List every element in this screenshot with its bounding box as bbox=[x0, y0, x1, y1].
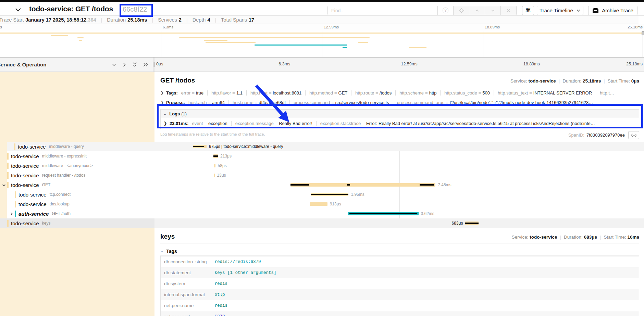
back-icon[interactable]: ← bbox=[0, 5, 5, 13]
find-input[interactable] bbox=[327, 6, 438, 15]
separator: | bbox=[101, 17, 102, 23]
kv-row-internal.span.format[interactable]: internal.span.formatotlp bbox=[161, 289, 639, 300]
span-row-todo-service-middleware-anonymous-[interactable]: todo-servicemiddleware - <anonymous>58μs bbox=[0, 161, 644, 170]
span-row-todo-service-middleware-expressinit[interactable]: todo-servicemiddleware - expressInit213μ… bbox=[0, 151, 644, 161]
kv-row-db.system[interactable]: db.systemredis bbox=[161, 278, 639, 289]
key-value-pill: http.scheme=http bbox=[395, 90, 440, 96]
service-name: todo-service bbox=[11, 220, 39, 226]
span-name-cell[interactable]: todo-servicetcp.connect bbox=[0, 190, 154, 199]
collapse-trace-chevron-icon[interactable] bbox=[14, 6, 22, 13]
span-row-auth-service-get-auth[interactable]: auth-serviceGET /auth3.62ms bbox=[0, 209, 644, 218]
keyboard-shortcuts-button[interactable]: ⌘ bbox=[522, 6, 534, 15]
trace-id-short: 66c8f22 bbox=[123, 5, 147, 13]
span-row-todo-service-dns-lookup[interactable]: todo-servicedns.lookup913μs bbox=[0, 199, 644, 209]
logs-accordion: ⌄ Logs (1) ❯ 23.01ms: event=exceptionexc… bbox=[160, 109, 639, 129]
service-color-band bbox=[14, 143, 15, 150]
find-help-button[interactable]: ? bbox=[438, 6, 454, 15]
service-name: todo-service bbox=[18, 144, 46, 150]
span-bar[interactable] bbox=[193, 145, 206, 148]
span-duration-label: 58μs bbox=[215, 163, 227, 168]
tags-summary-row[interactable]: ❯ Tags: error=truehttp.flavor=1.1http.ho… bbox=[160, 89, 639, 97]
key-value-pill: event=exception bbox=[192, 121, 231, 126]
timeline-ruler: 0μs6.3ms12.59ms18.89ms25.18ms bbox=[154, 58, 644, 72]
span-timeline-cell[interactable]: 58μs bbox=[154, 161, 644, 170]
next-result-button[interactable] bbox=[485, 6, 501, 15]
span-timeline-cell[interactable]: 913μs bbox=[154, 199, 644, 209]
kv-row-net.peer.port[interactable]: net.peer.port6379 bbox=[161, 311, 639, 316]
span-bar[interactable] bbox=[311, 193, 349, 196]
process-summary-row[interactable]: ❯ Process: host.arch=arm64host.name=df4e… bbox=[160, 98, 639, 106]
deep-link-button[interactable] bbox=[628, 131, 639, 139]
span-name-cell[interactable]: todo-serviceGET bbox=[0, 180, 154, 190]
span-bar[interactable] bbox=[310, 202, 327, 206]
key-value-pill: http.host=localhost:8081 bbox=[246, 90, 305, 96]
span-bar[interactable] bbox=[213, 154, 218, 158]
span-row-todo-service-tcp-connect[interactable]: todo-servicetcp.connect1.95ms bbox=[0, 190, 644, 199]
collapse-one-chevron-down-icon[interactable] bbox=[111, 62, 117, 67]
expand-all-double-chevron-right-icon[interactable] bbox=[143, 62, 149, 67]
span-name-cell[interactable]: todo-servicemiddleware - <anonymous> bbox=[0, 161, 154, 170]
span-row-todo-service-get[interactable]: todo-serviceGET7.45ms bbox=[0, 180, 644, 190]
span-row-todo-service-middleware-query[interactable]: todo-servicemiddleware - query675μs | to… bbox=[0, 142, 644, 151]
kv-row-db.connection_string[interactable]: db.connection_stringredis://redis:6379 bbox=[161, 256, 639, 267]
span-timeline-cell[interactable]: 213μs bbox=[154, 151, 644, 161]
critical-path-segment bbox=[465, 223, 479, 224]
kv-key: net.peer.port bbox=[161, 311, 215, 316]
locate-icon bbox=[459, 8, 464, 13]
log-entry-row[interactable]: ❯ 23.01ms: event=exceptionexception.mess… bbox=[161, 118, 639, 129]
span-bar[interactable] bbox=[290, 183, 435, 187]
span-name-cell[interactable]: todo-servicemiddleware - expressInit bbox=[0, 151, 154, 161]
expand-chevron-right-icon: ❯ bbox=[160, 90, 164, 95]
minimap-scrubber[interactable] bbox=[643, 31, 643, 57]
tick-label: 12.59ms bbox=[324, 25, 339, 29]
span-detail-title: GET /todos bbox=[160, 77, 195, 84]
expand-one-chevron-right-icon[interactable] bbox=[122, 62, 126, 67]
key-value-pill: process.command_args=["/usr/local/bin/no… bbox=[393, 100, 597, 105]
collapse-all-double-chevron-down-icon[interactable] bbox=[132, 62, 137, 67]
chevron-down-icon: ⌄ bbox=[160, 249, 163, 253]
archive-trace-button[interactable]: Archive Trace bbox=[588, 6, 637, 15]
span-timeline-cell[interactable]: 1.95ms bbox=[154, 190, 644, 199]
span-name-cell[interactable]: auth-serviceGET /auth bbox=[0, 209, 154, 218]
kv-key: net.peer.name bbox=[161, 300, 215, 311]
clear-search-button[interactable] bbox=[501, 6, 517, 15]
minimap-canvas[interactable] bbox=[0, 31, 644, 58]
key-value-pill: http.method=GET bbox=[305, 90, 351, 96]
span-timeline-cell[interactable]: 683μs bbox=[154, 218, 644, 228]
column-resize-handle[interactable] bbox=[153, 62, 156, 67]
kv-row-db.statement[interactable]: db.statementkeys [1 other arguments] bbox=[161, 267, 639, 278]
help-icon: ? bbox=[443, 8, 448, 13]
tags-accordion-header[interactable]: ⌄ Tags bbox=[160, 247, 639, 256]
span-timeline-cell[interactable]: 13μs bbox=[154, 170, 644, 180]
tick-label: 25.18ms bbox=[628, 25, 643, 29]
span-row-todo-service-request-handler-todos[interactable]: todo-servicerequest handler - /todos13μs bbox=[0, 170, 644, 180]
critical-path-segment bbox=[213, 155, 218, 157]
tick-label: 18.89ms bbox=[523, 62, 540, 66]
span-name-cell[interactable]: todo-servicemiddleware - query bbox=[7, 142, 154, 151]
service-name: todo-service bbox=[11, 153, 39, 159]
span-id-value: 7f830392097970ee bbox=[586, 132, 625, 138]
span-timeline-cell[interactable]: 675μs | todo-service::middleware - query bbox=[154, 142, 644, 151]
span-timeline-cell[interactable]: 3.62ms bbox=[154, 209, 644, 218]
tags-pills: error=truehttp.flavor=1.1http.host=local… bbox=[181, 90, 618, 96]
locate-span-button[interactable] bbox=[454, 6, 469, 15]
span-name-cell[interactable]: todo-servicedns.lookup bbox=[0, 199, 154, 209]
span-detail-meta: Service: todo-service|Duration: 683μs|St… bbox=[512, 235, 639, 240]
operation-name: dns.lookup bbox=[50, 202, 70, 206]
span-bar[interactable] bbox=[465, 222, 479, 225]
chevron-down-icon: ⌄ bbox=[163, 112, 166, 116]
kv-row-net.peer.name[interactable]: net.peer.nameredis bbox=[161, 300, 639, 311]
tree-chevron-down-icon[interactable] bbox=[2, 183, 6, 187]
span-bar[interactable] bbox=[348, 212, 418, 215]
span-row-todo-service-keys[interactable]: todo-servicekeys683μs bbox=[0, 218, 644, 228]
minimap-span-bar bbox=[51, 35, 69, 36]
span-name-cell[interactable]: todo-servicerequest handler - /todos bbox=[0, 170, 154, 180]
prev-result-button[interactable] bbox=[469, 6, 485, 15]
logs-accordion-header[interactable]: ⌄ Logs (1) bbox=[161, 110, 639, 118]
tree-chevron-right-icon[interactable] bbox=[9, 212, 14, 216]
stat-value-fraction: .364 bbox=[86, 17, 96, 23]
span-timeline-cell[interactable]: 7.45ms bbox=[154, 180, 644, 190]
minimap-span-bar bbox=[179, 37, 370, 38]
span-name-cell[interactable]: todo-servicekeys bbox=[0, 218, 154, 228]
view-select-dropdown[interactable]: Trace Timeline bbox=[537, 6, 583, 15]
